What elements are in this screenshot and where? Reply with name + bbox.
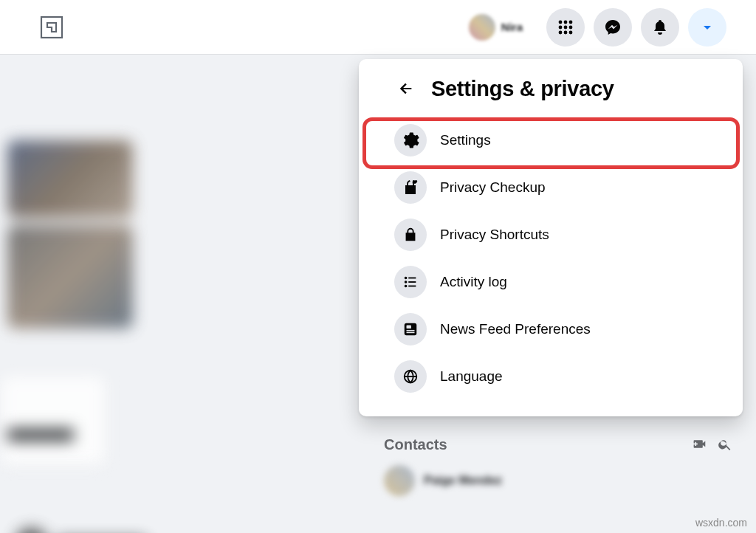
- menu-item-privacy-shortcuts[interactable]: Privacy Shortcuts: [385, 211, 716, 258]
- menu-item-settings[interactable]: Settings: [385, 117, 716, 164]
- profile-name: Nira: [501, 21, 523, 33]
- app-logo[interactable]: [37, 13, 66, 42]
- contacts-label: Contacts: [384, 436, 687, 453]
- arrow-left-icon: [398, 80, 414, 97]
- svg-point-8: [564, 30, 568, 34]
- menu-item-label: Activity log: [440, 274, 507, 290]
- caret-down-icon: [700, 20, 715, 35]
- video-plus-icon: [692, 436, 708, 453]
- svg-point-9: [569, 30, 573, 34]
- svg-rect-19: [407, 332, 415, 334]
- menu-item-label: News Feed Preferences: [440, 321, 591, 337]
- svg-rect-18: [407, 330, 415, 331]
- menu-item-activity-log[interactable]: Activity log: [385, 258, 716, 306]
- svg-point-7: [559, 30, 563, 34]
- feed-icon: [394, 313, 427, 345]
- contacts-new-room-button[interactable]: [687, 432, 712, 457]
- contacts-search-button[interactable]: [712, 432, 738, 457]
- svg-point-5: [564, 25, 568, 29]
- grid-icon: [557, 19, 574, 35]
- svg-point-12: [405, 281, 408, 283]
- settings-privacy-dropdown: Settings & privacy Settings Privacy Chec…: [359, 59, 743, 416]
- menu-item-label: Privacy Checkup: [440, 179, 546, 196]
- account-dropdown-button[interactable]: [688, 8, 726, 47]
- back-button[interactable]: [391, 74, 421, 103]
- svg-point-14: [405, 285, 408, 288]
- bell-icon: [651, 18, 669, 36]
- avatar: [469, 14, 495, 41]
- svg-point-2: [564, 20, 568, 24]
- list-icon: [394, 266, 427, 298]
- globe-icon: [394, 360, 427, 393]
- dropdown-header: Settings & privacy: [365, 68, 737, 117]
- menu-item-label: Settings: [440, 132, 491, 148]
- svg-rect-11: [408, 278, 416, 279]
- lock-icon: [394, 219, 427, 251]
- contact-name: Paige Mendez: [424, 474, 502, 487]
- gear-icon: [394, 124, 427, 157]
- top-navigation-bar: Nira: [0, 0, 756, 55]
- menu-item-language[interactable]: Language: [385, 353, 716, 400]
- svg-rect-15: [408, 286, 416, 287]
- svg-point-3: [569, 20, 573, 24]
- svg-point-4: [559, 25, 563, 29]
- svg-rect-16: [405, 323, 417, 336]
- svg-rect-17: [407, 326, 411, 329]
- menu-item-label: Language: [440, 368, 503, 385]
- svg-rect-13: [408, 281, 416, 283]
- header-actions: [546, 8, 726, 47]
- svg-point-10: [405, 277, 408, 280]
- search-icon: [718, 437, 732, 452]
- svg-point-1: [559, 20, 563, 24]
- profile-chip[interactable]: Nira: [464, 10, 532, 45]
- messenger-icon: [604, 18, 622, 36]
- menu-grid-button[interactable]: [546, 8, 585, 47]
- dropdown-title: Settings & privacy: [431, 77, 614, 101]
- avatar: [384, 465, 415, 496]
- messenger-button[interactable]: [594, 8, 632, 47]
- menu-item-label: Privacy Shortcuts: [440, 227, 549, 243]
- svg-point-6: [569, 25, 573, 29]
- contacts-header: Contacts: [384, 432, 738, 457]
- lock-heart-icon: [394, 171, 427, 204]
- menu-item-privacy-checkup[interactable]: Privacy Checkup: [385, 164, 716, 211]
- menu-item-news-feed-preferences[interactable]: News Feed Preferences: [385, 306, 716, 353]
- notifications-button[interactable]: [641, 8, 679, 47]
- watermark: wsxdn.com: [695, 517, 747, 529]
- contact-row[interactable]: Paige Mendez: [384, 465, 502, 496]
